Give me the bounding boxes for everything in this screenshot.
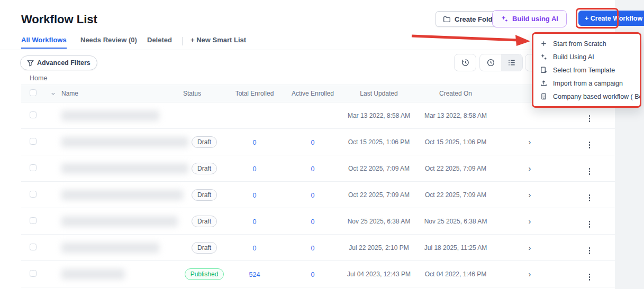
created-on-value: Nov 25 2025, 6:38 AM <box>416 218 495 225</box>
last-updated-value: Jul 22 2025, 2:10 PM <box>342 244 416 251</box>
active-enrolled-link[interactable]: 0 <box>311 245 315 252</box>
create-workflow-button[interactable]: + Create Workflow <box>578 11 644 26</box>
row-menu-button[interactable] <box>589 194 591 201</box>
row-checkbox[interactable] <box>30 270 37 277</box>
row-menu-button[interactable] <box>589 115 591 122</box>
tab-deleted[interactable]: Deleted <box>147 36 172 44</box>
column-header-created-on[interactable]: Created On <box>416 90 495 97</box>
tab-needs-review[interactable]: Needs Review (0) <box>80 36 137 44</box>
total-enrolled-link[interactable]: 0 <box>253 218 257 226</box>
active-enrolled-link[interactable]: 0 <box>311 192 315 199</box>
total-enrolled-link[interactable]: 0 <box>253 192 257 199</box>
dropdown-item-select-from-template[interactable]: Select from Template <box>533 63 640 77</box>
row-checkbox[interactable] <box>30 138 37 145</box>
plus-icon <box>540 40 548 48</box>
select-all-checkbox[interactable] <box>30 89 37 96</box>
total-enrolled-link[interactable]: 0 <box>253 165 257 173</box>
table-row: Draft 0 0 Oct 22 2025, 7:09 AM Oct 22 20… <box>21 155 615 182</box>
expand-chevron-icon[interactable]: › <box>529 164 531 173</box>
row-menu-button[interactable] <box>589 142 591 148</box>
expand-chevron-icon[interactable]: › <box>529 243 531 252</box>
dropdown-item-start-from-scratch[interactable]: Start from Scratch <box>533 37 640 50</box>
created-on-value: Oct 22 2025, 7:09 AM <box>416 165 495 172</box>
expand-chevron-icon[interactable]: › <box>529 217 531 226</box>
created-on-value: Oct 15 2025, 1:06 PM <box>416 138 495 146</box>
select-dropdown-button[interactable] <box>44 91 61 97</box>
table-row: Draft 0 0 Oct 22 2025, 7:09 AM Oct 22 20… <box>21 182 615 208</box>
list-view-button[interactable] <box>501 54 522 71</box>
clock-view-button[interactable] <box>480 54 501 71</box>
row-checkbox[interactable] <box>30 217 37 224</box>
total-enrolled-link[interactable]: 0 <box>253 245 257 252</box>
created-on-value: Mar 13 2022, 8:58 AM <box>416 112 495 119</box>
create-workflow-dropdown: Start from Scratch Build Using AI Select… <box>532 32 641 108</box>
dropdown-item-company-based-workflow-beta[interactable]: Company based workflow ( Beta ) <box>533 90 640 103</box>
dropdown-item-build-using-ai[interactable]: Build Using AI <box>533 50 640 63</box>
last-updated-value: Mar 13 2022, 8:58 AM <box>342 112 416 119</box>
expand-chevron-icon[interactable]: › <box>529 190 531 199</box>
last-updated-value: Oct 22 2025, 7:09 AM <box>342 191 416 199</box>
clock-icon <box>486 58 495 67</box>
dropdown-item-import-from-a-campaign[interactable]: Import from a campaign <box>533 77 640 90</box>
row-checkbox[interactable] <box>30 164 37 171</box>
column-header-status[interactable]: Status <box>183 90 225 97</box>
table-row: Published 524 0 Jul 04 2023, 12:43 PM Oc… <box>21 261 615 287</box>
table-row: Draft 0 0 Jul 22 2025, 2:10 PM Jul 18 20… <box>21 235 615 261</box>
chevron-down-icon <box>50 91 56 97</box>
column-header-last-updated[interactable]: Last Updated <box>342 90 416 97</box>
row-menu-button[interactable] <box>589 274 591 281</box>
active-enrolled-link[interactable]: 0 <box>311 165 315 173</box>
page-title: Workflow List <box>21 13 97 26</box>
last-updated-value: Oct 22 2025, 7:09 AM <box>342 165 416 172</box>
funnel-icon <box>27 60 34 67</box>
expand-chevron-icon[interactable]: › <box>529 137 531 146</box>
list-view-icon <box>507 58 516 67</box>
sparkle-icon <box>501 15 509 23</box>
status-badge: Draft <box>192 242 217 254</box>
workflow-name-redacted <box>61 269 125 279</box>
column-header-total-enrolled[interactable]: Total Enrolled <box>225 90 284 97</box>
column-header-name[interactable]: Name <box>61 90 183 97</box>
active-enrolled-link[interactable]: 0 <box>311 139 315 146</box>
table-row: Draft 0 0 Oct 15 2025, 1:06 PM Oct 15 20… <box>21 129 615 155</box>
last-updated-value: Nov 25 2025, 6:38 AM <box>342 218 416 225</box>
row-menu-button[interactable] <box>589 168 591 175</box>
table-header: Name Status Total Enrolled Active Enroll… <box>21 85 615 102</box>
row-checkbox[interactable] <box>30 191 37 198</box>
tab-bar: All Workflows Needs Review (0) Deleted +… <box>0 36 615 50</box>
row-checkbox[interactable] <box>30 111 37 118</box>
status-badge: Published <box>185 268 224 280</box>
active-enrolled-link[interactable]: 0 <box>311 271 315 278</box>
workflow-table: Name Status Total Enrolled Active Enroll… <box>21 85 615 287</box>
import-icon <box>540 79 548 87</box>
created-on-value: Oct 22 2025, 7:09 AM <box>416 191 495 199</box>
company-icon <box>540 92 548 100</box>
column-header-active-enrolled[interactable]: Active Enrolled <box>284 90 342 97</box>
advanced-filters-button[interactable]: Advanced Filters <box>20 55 97 70</box>
history-button[interactable] <box>454 54 476 71</box>
tab-divider <box>182 37 183 45</box>
workflow-name-redacted <box>61 163 188 174</box>
status-badge: Draft <box>192 136 217 148</box>
breadcrumb: Home <box>30 74 47 82</box>
row-checkbox[interactable] <box>30 244 37 250</box>
row-menu-button[interactable] <box>589 247 591 254</box>
workflow-name-redacted <box>61 190 183 200</box>
status-badge: Draft <box>192 163 217 174</box>
total-enrolled-link[interactable]: 0 <box>253 139 257 146</box>
total-enrolled-link[interactable]: 524 <box>249 271 260 278</box>
status-badge: Draft <box>192 189 217 201</box>
new-smart-list-button[interactable]: + New Smart List <box>191 36 246 44</box>
tab-all-workflows[interactable]: All Workflows <box>21 36 67 49</box>
build-using-ai-button[interactable]: Build using AI <box>492 10 567 27</box>
created-on-value: Jul 18 2025, 11:25 AM <box>416 244 495 251</box>
workflow-name-redacted <box>61 216 178 227</box>
workflow-name-redacted <box>61 137 188 147</box>
sparkle-icon <box>540 53 548 61</box>
table-body: Mar 13 2022, 8:58 AM Mar 13 2022, 8:58 A… <box>21 102 615 287</box>
workflow-name-redacted <box>61 110 159 121</box>
expand-chevron-icon[interactable]: › <box>529 269 531 278</box>
active-enrolled-link[interactable]: 0 <box>311 218 315 226</box>
row-menu-button[interactable] <box>589 221 591 228</box>
view-toggle <box>479 54 523 71</box>
